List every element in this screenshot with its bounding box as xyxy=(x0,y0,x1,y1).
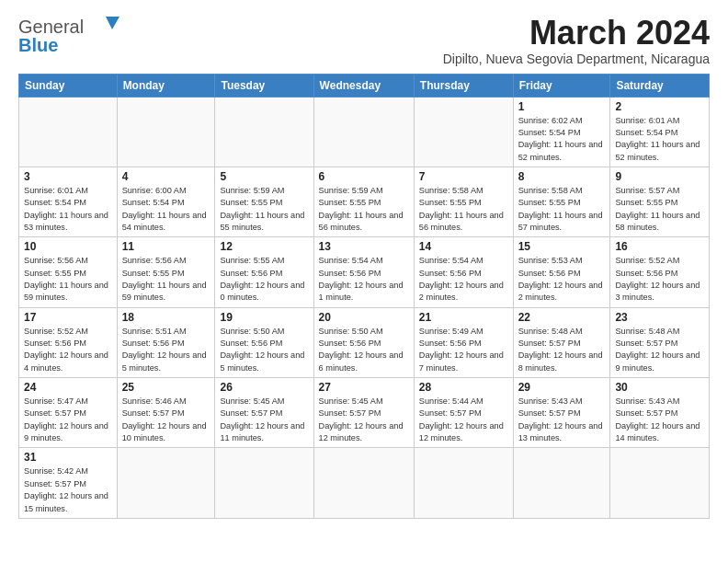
calendar-cell: 18Sunrise: 5:51 AM Sunset: 5:56 PM Dayli… xyxy=(117,307,215,377)
day-info: Sunrise: 5:52 AM Sunset: 5:56 PM Dayligh… xyxy=(24,326,112,374)
calendar-cell: 22Sunrise: 5:48 AM Sunset: 5:57 PM Dayli… xyxy=(513,307,610,377)
week-row-3: 17Sunrise: 5:52 AM Sunset: 5:56 PM Dayli… xyxy=(19,307,710,377)
day-info: Sunrise: 5:49 AM Sunset: 5:56 PM Dayligh… xyxy=(419,326,508,374)
week-row-2: 10Sunrise: 5:56 AM Sunset: 5:55 PM Dayli… xyxy=(19,237,710,307)
day-number: 19 xyxy=(220,311,308,324)
calendar-cell: 13Sunrise: 5:54 AM Sunset: 5:56 PM Dayli… xyxy=(313,237,414,307)
subtitle: Dipilto, Nueva Segovia Department, Nicar… xyxy=(443,52,710,66)
calendar-cell: 28Sunrise: 5:44 AM Sunset: 5:57 PM Dayli… xyxy=(414,378,513,448)
calendar-cell: 17Sunrise: 5:52 AM Sunset: 5:56 PM Dayli… xyxy=(19,307,118,377)
header-day-monday: Monday xyxy=(117,74,215,97)
day-number: 10 xyxy=(24,240,112,253)
day-info: Sunrise: 5:42 AM Sunset: 5:57 PM Dayligh… xyxy=(24,465,112,514)
calendar-cell xyxy=(414,448,513,518)
day-number: 6 xyxy=(319,170,409,183)
title-area: March 2024 Dipilto, Nueva Segovia Depart… xyxy=(443,15,710,66)
calendar-cell: 24Sunrise: 5:47 AM Sunset: 5:57 PM Dayli… xyxy=(19,378,118,448)
day-info: Sunrise: 5:44 AM Sunset: 5:57 PM Dayligh… xyxy=(419,396,508,444)
day-number: 11 xyxy=(122,240,210,253)
day-info: Sunrise: 5:45 AM Sunset: 5:57 PM Dayligh… xyxy=(319,396,409,444)
calendar-cell xyxy=(19,97,118,167)
day-info: Sunrise: 5:58 AM Sunset: 5:55 PM Dayligh… xyxy=(419,185,508,234)
day-number: 20 xyxy=(319,311,409,324)
day-number: 15 xyxy=(518,240,606,253)
day-number: 14 xyxy=(419,240,508,253)
day-number: 17 xyxy=(24,311,112,324)
calendar-cell xyxy=(215,97,313,167)
day-number: 5 xyxy=(220,170,308,183)
calendar-cell xyxy=(117,97,215,167)
svg-marker-2 xyxy=(106,17,119,29)
month-title: March 2024 xyxy=(443,15,710,52)
calendar-cell: 20Sunrise: 5:50 AM Sunset: 5:56 PM Dayli… xyxy=(313,307,414,377)
day-number: 21 xyxy=(419,311,508,324)
calendar-cell: 8Sunrise: 5:58 AM Sunset: 5:55 PM Daylig… xyxy=(513,167,610,236)
day-info: Sunrise: 5:46 AM Sunset: 5:57 PM Dayligh… xyxy=(122,396,210,444)
day-info: Sunrise: 5:59 AM Sunset: 5:55 PM Dayligh… xyxy=(319,185,409,234)
calendar-cell: 14Sunrise: 5:54 AM Sunset: 5:56 PM Dayli… xyxy=(414,237,513,307)
calendar-cell: 16Sunrise: 5:52 AM Sunset: 5:56 PM Dayli… xyxy=(610,237,710,307)
header-day-thursday: Thursday xyxy=(414,74,513,97)
day-number: 9 xyxy=(615,170,704,183)
day-info: Sunrise: 5:59 AM Sunset: 5:55 PM Dayligh… xyxy=(220,185,308,234)
day-info: Sunrise: 5:43 AM Sunset: 5:57 PM Dayligh… xyxy=(615,396,704,444)
calendar-cell: 19Sunrise: 5:50 AM Sunset: 5:56 PM Dayli… xyxy=(215,307,313,377)
day-number: 16 xyxy=(615,240,704,253)
day-info: Sunrise: 5:51 AM Sunset: 5:56 PM Dayligh… xyxy=(122,326,210,374)
day-number: 26 xyxy=(220,381,308,394)
calendar-cell: 7Sunrise: 5:58 AM Sunset: 5:55 PM Daylig… xyxy=(414,167,513,236)
day-info: Sunrise: 6:00 AM Sunset: 5:54 PM Dayligh… xyxy=(122,185,210,234)
calendar-cell xyxy=(513,448,610,518)
header-day-friday: Friday xyxy=(513,74,610,97)
calendar-cell: 11Sunrise: 5:56 AM Sunset: 5:55 PM Dayli… xyxy=(117,237,215,307)
header-day-sunday: Sunday xyxy=(19,74,118,97)
day-info: Sunrise: 5:48 AM Sunset: 5:57 PM Dayligh… xyxy=(518,326,606,374)
day-info: Sunrise: 5:58 AM Sunset: 5:55 PM Dayligh… xyxy=(518,185,606,234)
day-number: 25 xyxy=(122,381,210,394)
calendar-cell: 26Sunrise: 5:45 AM Sunset: 5:57 PM Dayli… xyxy=(215,378,313,448)
day-number: 24 xyxy=(24,381,112,394)
calendar-cell xyxy=(610,448,710,518)
header: General Blue March 2024 Dipilto, Nueva S… xyxy=(18,15,710,66)
calendar-cell xyxy=(215,448,313,518)
calendar-cell xyxy=(117,448,215,518)
calendar-cell: 9Sunrise: 5:57 AM Sunset: 5:55 PM Daylig… xyxy=(610,167,710,236)
day-info: Sunrise: 5:54 AM Sunset: 5:56 PM Dayligh… xyxy=(419,255,508,304)
day-info: Sunrise: 5:54 AM Sunset: 5:56 PM Dayligh… xyxy=(319,255,409,304)
day-number: 2 xyxy=(615,100,704,113)
svg-text:Blue: Blue xyxy=(18,35,58,55)
calendar-cell: 15Sunrise: 5:53 AM Sunset: 5:56 PM Dayli… xyxy=(513,237,610,307)
header-day-wednesday: Wednesday xyxy=(313,74,414,97)
svg-text:General: General xyxy=(18,17,84,37)
week-row-4: 24Sunrise: 5:47 AM Sunset: 5:57 PM Dayli… xyxy=(19,378,710,448)
day-info: Sunrise: 5:48 AM Sunset: 5:57 PM Dayligh… xyxy=(615,326,704,374)
day-number: 3 xyxy=(24,170,112,183)
calendar-cell: 31Sunrise: 5:42 AM Sunset: 5:57 PM Dayli… xyxy=(19,448,118,518)
day-info: Sunrise: 5:47 AM Sunset: 5:57 PM Dayligh… xyxy=(24,396,112,444)
calendar-header-row: SundayMondayTuesdayWednesdayThursdayFrid… xyxy=(19,74,710,97)
day-number: 23 xyxy=(615,311,704,324)
calendar-cell xyxy=(313,448,414,518)
calendar-cell: 30Sunrise: 5:43 AM Sunset: 5:57 PM Dayli… xyxy=(610,378,710,448)
day-number: 31 xyxy=(24,451,112,464)
calendar-cell: 4Sunrise: 6:00 AM Sunset: 5:54 PM Daylig… xyxy=(117,167,215,236)
day-number: 1 xyxy=(518,100,606,113)
day-info: Sunrise: 5:55 AM Sunset: 5:56 PM Dayligh… xyxy=(220,255,308,304)
day-info: Sunrise: 5:56 AM Sunset: 5:55 PM Dayligh… xyxy=(24,255,112,304)
calendar-cell: 1Sunrise: 6:02 AM Sunset: 5:54 PM Daylig… xyxy=(513,97,610,167)
day-number: 8 xyxy=(518,170,606,183)
day-info: Sunrise: 5:43 AM Sunset: 5:57 PM Dayligh… xyxy=(518,396,606,444)
calendar-cell: 21Sunrise: 5:49 AM Sunset: 5:56 PM Dayli… xyxy=(414,307,513,377)
calendar-cell xyxy=(414,97,513,167)
day-number: 22 xyxy=(518,311,606,324)
header-day-saturday: Saturday xyxy=(610,74,710,97)
calendar-cell xyxy=(313,97,414,167)
logo: General Blue xyxy=(18,15,119,55)
page: General Blue March 2024 Dipilto, Nueva S… xyxy=(0,0,728,528)
header-day-tuesday: Tuesday xyxy=(215,74,313,97)
day-info: Sunrise: 6:01 AM Sunset: 5:54 PM Dayligh… xyxy=(24,185,112,234)
week-row-5: 31Sunrise: 5:42 AM Sunset: 5:57 PM Dayli… xyxy=(19,448,710,518)
calendar-cell: 10Sunrise: 5:56 AM Sunset: 5:55 PM Dayli… xyxy=(19,237,118,307)
day-number: 27 xyxy=(319,381,409,394)
calendar-cell: 6Sunrise: 5:59 AM Sunset: 5:55 PM Daylig… xyxy=(313,167,414,236)
